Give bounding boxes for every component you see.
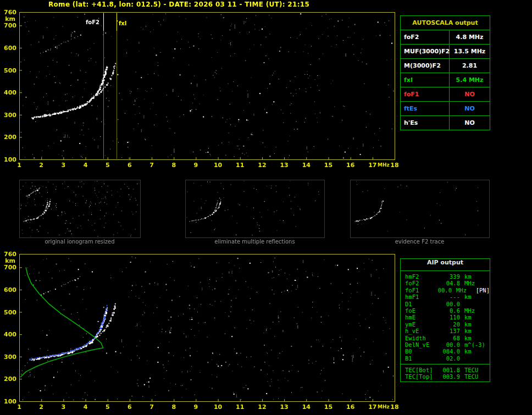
autoscala-row-5: ftEs NO [401, 102, 490, 116]
aip-row-unit: km [460, 314, 487, 320]
aip-row-value: 00.0 [438, 301, 460, 307]
aip-row-9: Ewidth68km [401, 335, 490, 341]
aip-row-extra [487, 314, 490, 320]
aip-row-8: h_vE137km [401, 328, 490, 334]
autoscala-row-1: MUF(3000)F2 13.5 MHz [401, 45, 490, 59]
aip-row-unit: MHz [460, 307, 487, 314]
autoscala-table-title: AUTOSCALA output [401, 16, 490, 30]
aip-row-label: TEC[Top] [401, 373, 438, 380]
aip-row-extra [487, 273, 490, 280]
aip-row-label: hmE [401, 314, 438, 320]
aip-row-unit: km [460, 321, 487, 328]
aip-row-value: 04.8 [438, 280, 460, 286]
aip-row-value: 137 [438, 328, 460, 334]
autoscala-row-label: ftEs [401, 102, 450, 115]
autoscala-row-6: h'Es NO [401, 116, 490, 130]
autoscala-output-table: AUTOSCALA output foF2 4.8 MHz MUF(3000)F… [400, 15, 490, 130]
aip-row-label: foE [401, 307, 438, 314]
aip-row-unit: km [460, 348, 487, 355]
aip-row-label: h_vE [401, 328, 438, 334]
aip-row-extra [487, 341, 490, 348]
aip-row-1: foF204.8MHz [401, 280, 490, 286]
aip-row-2: foF100.0MHz[PN] [401, 287, 490, 294]
aip-row-value: 00.0 [438, 341, 460, 348]
autoscala-row-value: 5.4 MHz [450, 73, 490, 87]
aip-row-unit: km [460, 328, 487, 334]
aip-row-unit: TECU [460, 367, 487, 373]
aip-tec-row-1: TEC[Top]003.9TECU [401, 373, 490, 380]
aip-row-label: foF2 [401, 280, 438, 286]
aip-row-label: foF1 [401, 287, 433, 294]
aip-row-extra [487, 355, 490, 362]
aip-row-extra [487, 307, 490, 314]
aip-table-body: hmF2339km foF204.8MHz foF100.0MHz[PN] hm… [401, 271, 490, 363]
aip-row-value: 001.8 [438, 367, 460, 373]
aip-row-value: 20 [438, 321, 460, 328]
thumbnail-caption-eliminate: eliminate multiple reflections [185, 239, 324, 245]
aip-row-label: ymE [401, 321, 438, 328]
aip-tec-row-0: TEC[Bot]001.8TECU [401, 367, 490, 373]
autoscala-row-label: foF2 [401, 30, 450, 44]
aip-row-value: 084.0 [438, 348, 460, 355]
fxi-marker-label: fxI [119, 20, 127, 26]
aip-row-6: hmE110km [401, 314, 490, 320]
aip-row-extra [487, 294, 490, 300]
aip-row-value: 339 [438, 273, 460, 280]
aip-row-unit: km [460, 294, 487, 300]
aip-row-7: ymE20km [401, 321, 490, 328]
aip-row-unit: km [460, 273, 487, 280]
aip-row-label: hmF2 [401, 273, 438, 280]
aip-row-extra [487, 348, 490, 355]
aip-row-value: 00.0 [433, 287, 452, 294]
aip-row-unit: TECU [460, 373, 487, 380]
aip-row-label: B0 [401, 348, 438, 355]
aip-row-10: DelN_vE00.0m^(-3) [401, 341, 490, 348]
aip-row-unit: m^(-3) [460, 341, 487, 348]
aip-row-label: B1 [401, 355, 438, 362]
thumbnail-caption-evidence: evidence F2 trace [350, 239, 489, 245]
aip-row-unit [460, 301, 487, 307]
aip-row-unit: MHz [452, 287, 476, 294]
aip-row-label: DelN_vE [401, 341, 438, 348]
aip-row-value: 68 [438, 335, 460, 341]
autoscala-row-label: MUF(3000)F2 [401, 45, 450, 58]
aip-row-extra [487, 301, 490, 307]
autoscala-row-2: M(3000)F2 2.81 [401, 59, 490, 73]
aip-row-unit: km [460, 335, 487, 341]
autoscala-row-value: 13.5 MHz [450, 45, 490, 58]
aip-row-value: 02.0 [438, 355, 460, 362]
autoscala-row-0: foF2 4.8 MHz [401, 30, 490, 45]
aip-row-extra [487, 280, 490, 286]
aip-row-extra: [PN] [476, 287, 490, 294]
aip-row-5: foE0.6MHz [401, 307, 490, 314]
thumbnail-caption-original: original ionogram resized [19, 239, 140, 245]
aip-output-table: AIP output hmF2339km foF204.8MHz foF100.… [400, 258, 490, 382]
aip-row-0: hmF2339km [401, 273, 490, 280]
aip-row-value: 0.6 [438, 307, 460, 314]
autoscala-row-label: fxI [401, 73, 450, 87]
autoscala-screen: Rome (lat: +41.8, lon: 012.5) - DATE: 20… [0, 0, 532, 415]
aip-row-label: hmF1 [401, 294, 438, 300]
autoscala-row-label: foF1 [401, 87, 450, 101]
aip-row-label: TEC[Bot] [401, 367, 438, 373]
autoscala-row-4: foF1 NO [401, 87, 490, 102]
aip-row-label: Ewidth [401, 335, 438, 341]
aip-row-extra [487, 321, 490, 328]
autoscala-row-3: fxI 5.4 MHz [401, 73, 490, 87]
aip-row-12: B102.0 [401, 355, 490, 362]
aip-row-extra [487, 328, 490, 334]
autoscala-row-value: 4.8 MHz [450, 30, 490, 44]
aip-row-label: D1 [401, 301, 438, 307]
page-title: Rome (lat: +41.8, lon: 012.5) - DATE: 20… [48, 1, 309, 8]
aip-row-4: D100.0 [401, 301, 490, 307]
aip-row-value: --- [438, 294, 460, 300]
autoscala-row-value: NO [450, 87, 490, 101]
autoscala-row-value: NO [450, 116, 490, 130]
fof2-marker-label: foF2 [86, 19, 99, 25]
autoscala-row-value: NO [450, 102, 490, 115]
aip-row-unit [460, 355, 487, 362]
aip-table-title: AIP output [401, 259, 490, 271]
autoscala-row-label: h'Es [401, 116, 450, 130]
aip-row-11: B0084.0km [401, 348, 490, 355]
aip-row-extra [487, 335, 490, 341]
